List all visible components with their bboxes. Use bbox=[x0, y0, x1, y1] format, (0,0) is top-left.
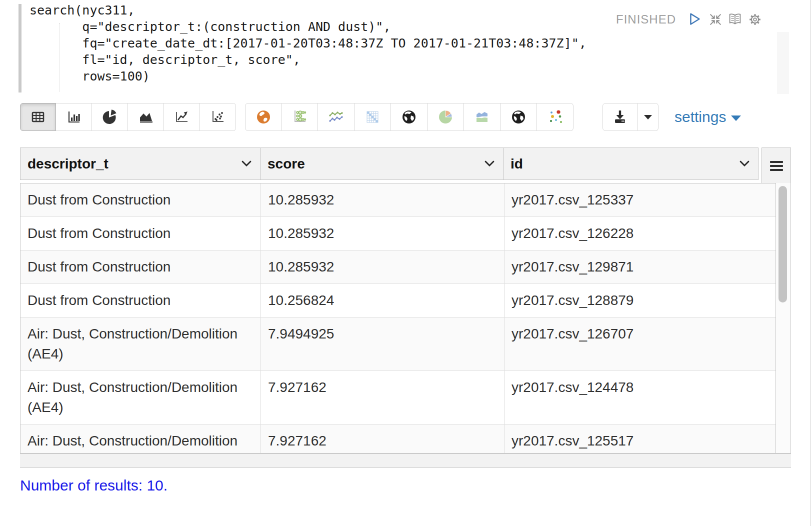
code-editor[interactable]: search(nyc311, q="descriptor_t:(construc… bbox=[30, 2, 586, 84]
download-button[interactable] bbox=[602, 103, 638, 131]
viz-button-area-chart-pastel[interactable] bbox=[464, 103, 500, 131]
table-cell-descriptor_t: Air: Dust, Construction/Demolition (AE4) bbox=[20, 318, 261, 370]
area-pastel-icon bbox=[473, 108, 491, 126]
table-cell-score: 7.9494925 bbox=[261, 318, 504, 370]
viz-button-multi-line-chart[interactable] bbox=[318, 103, 354, 131]
chevron-down-icon[interactable] bbox=[739, 160, 750, 168]
chevron-down-icon[interactable] bbox=[241, 160, 252, 168]
table-cell-id: yr2017.csv_128879 bbox=[504, 284, 776, 317]
table-menu-button[interactable] bbox=[762, 148, 791, 184]
gear-icon[interactable] bbox=[746, 11, 764, 28]
scatter-chart-icon bbox=[209, 108, 227, 126]
settings-toggle[interactable]: settings bbox=[674, 108, 741, 126]
bar-chart-icon bbox=[65, 108, 83, 126]
bubble-chart-icon bbox=[290, 108, 308, 126]
caret-down-icon bbox=[731, 116, 741, 121]
table-cell-id: yr2017.csv_129871 bbox=[504, 250, 776, 284]
chevron-down-icon[interactable] bbox=[484, 160, 495, 168]
table-row: Air: Dust, Construction/Demolition (AE4)… bbox=[20, 318, 776, 371]
column-header-label: id bbox=[510, 156, 523, 172]
table-cell-score: 10.256824 bbox=[261, 284, 504, 317]
viz-button-globe-map-2[interactable] bbox=[500, 103, 537, 131]
pie-pastel-icon bbox=[436, 108, 454, 126]
column-header-label: descriptor_t bbox=[28, 156, 108, 172]
vertical-scrollbar-thumb[interactable] bbox=[778, 186, 787, 302]
column-header-id[interactable]: id bbox=[503, 148, 758, 180]
viz-button-pie-chart-pastel[interactable] bbox=[428, 103, 464, 131]
table-row: Dust from Construction10.285932yr2017.cs… bbox=[20, 184, 776, 217]
globe-dark-icon bbox=[510, 108, 528, 126]
chart-type-group-plugins bbox=[245, 103, 574, 131]
download-caret-button[interactable] bbox=[638, 103, 658, 131]
table-cell-descriptor_t: Air: Dust, Construction/Demolition (AE4) bbox=[20, 371, 261, 424]
viz-button-bubble-chart[interactable] bbox=[282, 103, 318, 131]
table-cell-descriptor_t: Dust from Construction bbox=[20, 217, 261, 250]
table-body: Dust from Construction10.285932yr2017.cs… bbox=[20, 183, 776, 454]
table-cell-descriptor_t: Dust from Construction bbox=[20, 284, 261, 317]
table-cell-id: yr2017.csv_126228 bbox=[504, 217, 776, 250]
globe-dark-icon bbox=[400, 108, 418, 126]
table-row: Dust from Construction10.285932yr2017.cs… bbox=[20, 250, 776, 284]
viz-button-scatter-color[interactable] bbox=[537, 103, 574, 131]
scatter-color-icon bbox=[546, 108, 564, 126]
viz-button-table[interactable] bbox=[20, 103, 56, 131]
status-badge: FINISHED bbox=[616, 12, 676, 26]
column-header-descriptor_t[interactable]: descriptor_t bbox=[20, 148, 260, 180]
code-scrollbar-track[interactable] bbox=[777, 32, 789, 94]
line-chart-icon bbox=[173, 108, 191, 126]
table-row: Air: Dust, Construction/Demolition (AE4)… bbox=[20, 371, 776, 424]
settings-label: settings bbox=[674, 108, 726, 126]
viz-button-map-orange[interactable] bbox=[245, 103, 282, 131]
viz-button-bar-chart[interactable] bbox=[56, 103, 92, 131]
results-count-text: Number of results: 10. bbox=[20, 477, 168, 494]
viz-button-scatter-chart[interactable] bbox=[200, 103, 236, 131]
table-row: Dust from Construction10.256824yr2017.cs… bbox=[20, 284, 776, 318]
table-cell-id: yr2017.csv_124478 bbox=[504, 371, 776, 424]
column-header-label: score bbox=[268, 156, 305, 172]
area-chart-icon bbox=[137, 108, 155, 126]
table-cell-score: 10.285932 bbox=[261, 184, 504, 216]
viz-button-area-chart[interactable] bbox=[128, 103, 164, 131]
table-cell-score: 7.927162 bbox=[261, 424, 504, 454]
viz-button-globe-map[interactable] bbox=[391, 103, 428, 131]
table-cell-descriptor_t: Air: Dust, Construction/Demolition bbox=[20, 424, 261, 454]
pie-chart-icon bbox=[101, 108, 119, 126]
matrix-chart-icon bbox=[364, 108, 382, 126]
compress-icon[interactable] bbox=[707, 11, 724, 28]
window-edge-divider bbox=[810, 0, 811, 526]
table-cell-id: yr2017.csv_125517 bbox=[504, 424, 776, 454]
chart-type-group-primary bbox=[20, 103, 236, 131]
table-cell-score: 10.285932 bbox=[261, 217, 504, 250]
indent-guide bbox=[60, 23, 60, 92]
table-cell-descriptor_t: Dust from Construction bbox=[20, 184, 261, 216]
map-orange-icon bbox=[254, 108, 272, 126]
vertical-scrollbar-track bbox=[776, 183, 791, 454]
horizontal-scrollbar-track bbox=[20, 454, 791, 468]
table-row: Dust from Construction10.285932yr2017.cs… bbox=[20, 217, 776, 250]
table-row: Air: Dust, Construction/Demolition7.9271… bbox=[20, 424, 776, 454]
table-cell-score: 7.927162 bbox=[261, 371, 504, 424]
viz-button-matrix-chart[interactable] bbox=[354, 103, 391, 131]
multi-line-chart-icon bbox=[327, 108, 345, 126]
table-cell-score: 10.285932 bbox=[261, 250, 504, 284]
table-cell-descriptor_t: Dust from Construction bbox=[20, 250, 261, 284]
download-split-button bbox=[602, 103, 658, 131]
run-button[interactable] bbox=[686, 11, 703, 28]
table-cell-id: yr2017.csv_125337 bbox=[504, 184, 776, 216]
table-icon bbox=[29, 108, 47, 126]
viz-button-line-chart[interactable] bbox=[164, 103, 200, 131]
table-cell-id: yr2017.csv_126707 bbox=[504, 318, 776, 370]
column-header-score[interactable]: score bbox=[260, 148, 504, 180]
code-gutter-bar bbox=[18, 4, 22, 92]
book-icon[interactable] bbox=[726, 11, 744, 28]
viz-button-pie-chart[interactable] bbox=[92, 103, 128, 131]
table-header-row: descriptor_tscoreid bbox=[20, 148, 758, 180]
